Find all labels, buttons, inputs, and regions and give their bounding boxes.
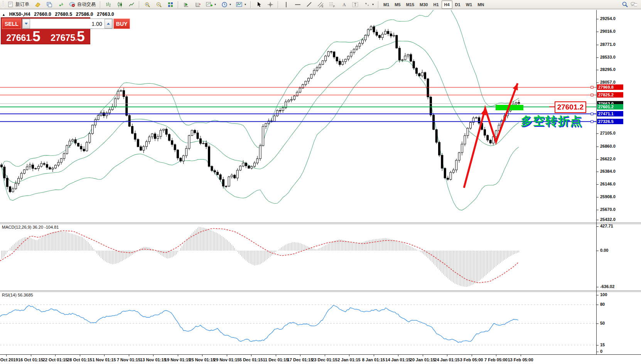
profile-icon <box>34 1 41 8</box>
buy-button[interactable]: BUY <box>113 19 130 29</box>
time-tick-mark <box>496 354 496 356</box>
toolbar-grip[interactable] <box>2 1 4 8</box>
vertical-line-tool-button[interactable] <box>280 0 292 9</box>
volume-decrease-button[interactable] <box>22 19 30 29</box>
price-tick-label: 25670.0 <box>600 207 616 212</box>
toolbar-separator <box>139 1 140 8</box>
timeframe-button-m15[interactable]: M15 <box>403 0 417 9</box>
time-tick-mark <box>80 354 80 356</box>
sell-price[interactable]: 27661.5 <box>2 30 45 43</box>
signals-button[interactable] <box>55 0 66 9</box>
timeframe-button-m30[interactable]: M30 <box>417 0 430 9</box>
axis-tick-mark <box>597 295 599 295</box>
zoom-out-button[interactable] <box>153 0 164 9</box>
bar-chart-button[interactable] <box>103 0 114 9</box>
cursor-button[interactable] <box>253 0 264 9</box>
time-label: 2 Jan 01:15 <box>337 357 360 362</box>
line-handle[interactable] <box>591 120 593 123</box>
text-tool-button[interactable]: A <box>338 0 349 9</box>
data-window-button[interactable] <box>192 0 203 9</box>
price-tag-27471.1: 27471.1 <box>597 111 623 116</box>
crosshair-icon <box>267 1 273 8</box>
channel-tool-button[interactable]: E <box>315 0 326 9</box>
volume-spinner <box>22 19 113 29</box>
price-axis-border <box>596 10 597 354</box>
line-handle[interactable] <box>591 113 593 115</box>
equidistant-channel-icon: E <box>317 1 324 8</box>
time-tick-mark <box>276 354 276 356</box>
fibonacci-tool-button[interactable]: F <box>327 0 338 9</box>
line-handle[interactable] <box>591 86 593 88</box>
chat-icon[interactable] <box>631 1 637 8</box>
navigator-button[interactable] <box>180 0 192 9</box>
time-label: 14 Jan 01:15 <box>385 357 410 362</box>
profiles-button[interactable] <box>32 0 43 9</box>
label-tool-button[interactable]: T <box>350 0 361 9</box>
time-tick-mark <box>227 354 227 356</box>
timeframe-button-h1[interactable]: H1 <box>430 0 441 9</box>
axis-tick-mark <box>597 159 599 160</box>
buy-price[interactable]: 27675.5 <box>46 30 89 43</box>
volume-input[interactable] <box>30 19 105 29</box>
low-value: 27586.0 <box>76 12 93 17</box>
trendline-tool-button[interactable] <box>304 0 315 9</box>
level-callout-connector <box>549 106 555 107</box>
collapse-marker-icon[interactable]: ▲ <box>2 13 5 17</box>
line-handle[interactable] <box>591 94 593 96</box>
timeframe-button-d1[interactable]: D1 <box>452 0 463 9</box>
axis-tick-mark <box>597 324 599 324</box>
rsi-indicator-panel[interactable] <box>0 292 596 354</box>
timeframe-button-mn[interactable]: MN <box>475 0 487 9</box>
line-chart-button[interactable] <box>126 0 137 9</box>
price-tag-27825.2: 27825.2 <box>597 92 623 98</box>
macd-indicator-panel[interactable] <box>0 224 596 290</box>
level-callout-box[interactable]: 27601.2 <box>555 101 586 113</box>
candlestick-series <box>1 25 520 193</box>
horizontal-line-tool-button[interactable] <box>292 0 303 9</box>
axis-tick-mark <box>597 57 599 58</box>
timeframe-button-w1[interactable]: W1 <box>463 0 475 9</box>
turning-point-annotation[interactable]: 多空转折点 <box>521 113 582 129</box>
sell-button[interactable]: SELL <box>2 19 21 29</box>
tile-windows-button[interactable] <box>165 0 176 9</box>
macd-tick-label: 427.71 <box>600 224 613 228</box>
axis-tick-mark <box>597 172 599 172</box>
crosshair-button[interactable] <box>265 0 276 9</box>
arrows-tool-button[interactable]: ▾ <box>361 0 376 9</box>
axis-tick-mark <box>597 32 599 32</box>
toolbar-separator <box>100 1 101 8</box>
timeframe-button-h4[interactable]: H4 <box>442 0 452 9</box>
templates-button[interactable]: ▾ <box>234 0 248 9</box>
mt4-terminal-window: { "toolbar": { "new_order_label": "新订单",… <box>0 0 641 364</box>
price-tick-label: 26860.0 <box>600 144 616 148</box>
svg-text:E: E <box>322 5 324 8</box>
time-tick-mark <box>325 354 325 356</box>
chevron-down-icon: ▾ <box>245 3 246 6</box>
line-chart-icon <box>128 1 135 8</box>
close-value: 27663.0 <box>97 12 114 17</box>
time-label: 13 Feb 05:00 <box>508 357 533 362</box>
time-label: 13 Nov 01:15 <box>140 357 166 362</box>
volume-increase-button[interactable] <box>105 19 112 29</box>
rsi-tick-label: 0 <box>600 349 602 354</box>
timeframe-button-m5[interactable]: M5 <box>392 0 403 9</box>
window-cascade-button[interactable] <box>44 0 55 9</box>
autotrading-button[interactable]: 自动交易 <box>67 0 98 9</box>
new-chart-button[interactable]: ▾ <box>204 0 218 9</box>
zoom-in-button[interactable] <box>142 0 153 9</box>
periods-button[interactable]: ▾ <box>219 0 233 9</box>
timeframe-button-m1[interactable]: M1 <box>381 0 392 9</box>
rsi-line <box>0 305 518 342</box>
candlestick-chart-button[interactable] <box>114 0 125 9</box>
search-icon[interactable] <box>622 1 628 8</box>
price-tag-27969.8: 27969.8 <box>597 84 623 90</box>
time-tick-mark <box>202 354 202 356</box>
candlestick-chart-icon <box>116 1 123 8</box>
price-tick-label: 29016.0 <box>600 29 616 34</box>
new-order-label: 新订单 <box>15 1 29 8</box>
text-label-icon: T <box>352 1 359 8</box>
axis-tick-mark <box>597 19 599 19</box>
zigzag-arrow-line[interactable] <box>464 83 518 188</box>
new-order-button[interactable]: 新订单 <box>5 0 32 9</box>
svg-text:F: F <box>333 5 335 8</box>
